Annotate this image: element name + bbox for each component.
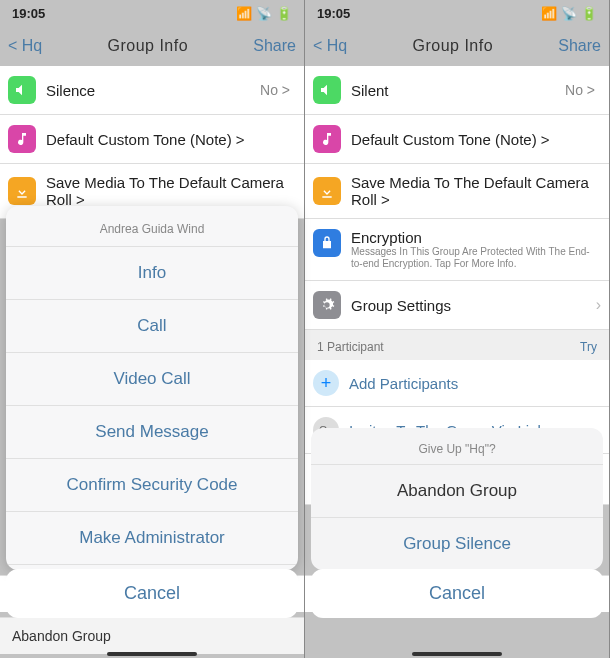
lock-icon bbox=[313, 229, 341, 257]
row-tone[interactable]: Default Custom Tone (Note) > bbox=[305, 115, 609, 164]
status-bar: 19:05 📶 📡 🔋 bbox=[0, 0, 304, 26]
phone-right: 19:05 📶 📡 🔋 < Hq Group Info Share Silent… bbox=[305, 0, 610, 658]
participant-count: 1 Participant bbox=[317, 340, 384, 354]
action-sheet: Andrea Guida Wind Info Call Video Call S… bbox=[6, 206, 298, 570]
group-settings-label: Group Settings bbox=[351, 297, 596, 314]
signal-icon: 📶 bbox=[236, 6, 252, 21]
speaker-icon bbox=[8, 76, 36, 104]
status-indicators: 📶 📡 🔋 bbox=[236, 6, 292, 21]
sheet-title: Give Up "Hq"? bbox=[311, 428, 603, 464]
sheet-call[interactable]: Call bbox=[6, 299, 298, 352]
phone-left: 19:05 📶 📡 🔋 < Hq Group Info Share Silenc… bbox=[0, 0, 305, 658]
battery-icon: 🔋 bbox=[581, 6, 597, 21]
page-title: Group Info bbox=[412, 37, 493, 55]
share-button[interactable]: Share bbox=[253, 37, 296, 55]
gear-icon bbox=[313, 291, 341, 319]
chevron-right-icon: › bbox=[596, 296, 601, 314]
status-time: 19:05 bbox=[12, 6, 45, 21]
row-encryption[interactable]: Encryption Messages In This Group Are Pr… bbox=[305, 219, 609, 281]
silent-label: Silent bbox=[351, 82, 565, 99]
battery-icon: 🔋 bbox=[276, 6, 292, 21]
media-label: Save Media To The Default Camera Roll > bbox=[351, 174, 601, 208]
row-silence[interactable]: Silence No > bbox=[0, 66, 304, 115]
sheet-info[interactable]: Info bbox=[6, 246, 298, 299]
nav-bar: < Hq Group Info Share bbox=[0, 26, 304, 66]
silent-value: No > bbox=[565, 82, 595, 98]
speaker-icon bbox=[313, 76, 341, 104]
cancel-button[interactable]: Cancel bbox=[311, 569, 603, 618]
sheet-send[interactable]: Send Message bbox=[6, 405, 298, 458]
music-icon bbox=[313, 125, 341, 153]
row-group-settings[interactable]: Group Settings › bbox=[305, 281, 609, 330]
add-label: Add Participants bbox=[349, 375, 601, 392]
settings-list: Silence No > Default Custom Tone (Note) … bbox=[0, 66, 304, 219]
abandon-row[interactable]: Abandon Group bbox=[0, 617, 304, 654]
back-button[interactable]: < Hq bbox=[313, 37, 347, 55]
wifi-icon: 📡 bbox=[256, 6, 272, 21]
sheet-video[interactable]: Video Call bbox=[6, 352, 298, 405]
share-button[interactable]: Share bbox=[558, 37, 601, 55]
status-bar: 19:05 📶 📡 🔋 bbox=[305, 0, 609, 26]
signal-icon: 📶 bbox=[541, 6, 557, 21]
status-time: 19:05 bbox=[317, 6, 350, 21]
encryption-sub: Messages In This Group Are Protected Wit… bbox=[351, 246, 601, 270]
status-indicators: 📶 📡 🔋 bbox=[541, 6, 597, 21]
encryption-label: Encryption bbox=[351, 229, 601, 246]
plus-icon: + bbox=[313, 370, 339, 396]
cancel-button[interactable]: Cancel bbox=[6, 569, 298, 618]
sheet-admin[interactable]: Make Administrator bbox=[6, 511, 298, 564]
row-media[interactable]: Save Media To The Default Camera Roll > bbox=[305, 164, 609, 219]
music-icon bbox=[8, 125, 36, 153]
page-title: Group Info bbox=[107, 37, 188, 55]
back-button[interactable]: < Hq bbox=[8, 37, 42, 55]
sheet-title: Andrea Guida Wind bbox=[6, 206, 298, 246]
sheet-silence[interactable]: Group Silence bbox=[311, 517, 603, 570]
sheet-abandon[interactable]: Abandon Group bbox=[311, 464, 603, 517]
tone-label: Default Custom Tone (Note) > bbox=[351, 131, 601, 148]
participants-try[interactable]: Try bbox=[580, 340, 597, 354]
row-add-participants[interactable]: + Add Participants bbox=[305, 360, 609, 407]
action-sheet: Give Up "Hq"? Abandon Group Group Silenc… bbox=[311, 428, 603, 570]
tone-label: Default Custom Tone (Note) > bbox=[46, 131, 296, 148]
sheet-confirm[interactable]: Confirm Security Code bbox=[6, 458, 298, 511]
silence-label: Silence bbox=[46, 82, 260, 99]
media-label: Save Media To The Default Camera Roll > bbox=[46, 174, 296, 208]
home-indicator bbox=[412, 652, 502, 656]
participants-header: 1 Participant Try bbox=[305, 330, 609, 360]
download-icon bbox=[313, 177, 341, 205]
home-indicator bbox=[107, 652, 197, 656]
nav-bar: < Hq Group Info Share bbox=[305, 26, 609, 66]
row-tone[interactable]: Default Custom Tone (Note) > bbox=[0, 115, 304, 164]
download-icon bbox=[8, 177, 36, 205]
row-silent[interactable]: Silent No > bbox=[305, 66, 609, 115]
silence-value: No > bbox=[260, 82, 290, 98]
wifi-icon: 📡 bbox=[561, 6, 577, 21]
